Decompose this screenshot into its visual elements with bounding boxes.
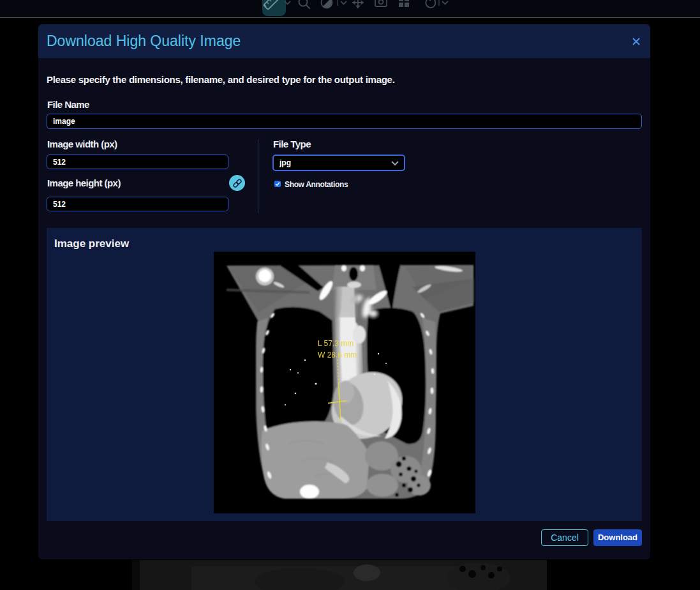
svg-text:W 28.6 mm: W 28.6 mm <box>318 351 357 359</box>
svg-text:L 57.3 mm: L 57.3 mm <box>318 339 354 348</box>
